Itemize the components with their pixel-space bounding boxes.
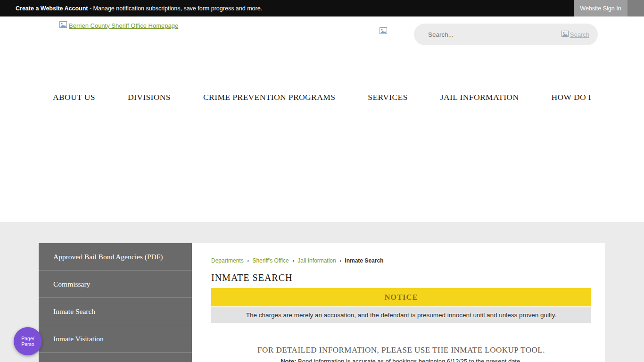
sidebar-item-commissary[interactable]: Commissary xyxy=(39,271,192,298)
nav-crime-prevention-programs[interactable]: CRIME PREVENTION PROGRAMS xyxy=(203,92,335,102)
bond-note-label: Note: xyxy=(281,358,296,362)
page-person-widget-button[interactable]: Page/ Perso xyxy=(14,327,42,355)
account-promo-text[interactable]: Create a Website Account - Manage notifi… xyxy=(0,5,262,12)
nav-how-do-i[interactable]: HOW DO I xyxy=(551,92,591,102)
lookup-instruction: FOR DETAILED INFORMATION, PLEASE USE THE… xyxy=(211,346,591,355)
notice-box: NOTICE The charges are merely an accusat… xyxy=(211,288,591,323)
search-button[interactable]: Search xyxy=(561,30,589,39)
nav-divisions[interactable]: DIVISIONS xyxy=(128,92,171,102)
logo-alt-text: Berrien County Sheriff Office Homepage xyxy=(69,22,178,29)
breadcrumb-separator: › xyxy=(292,257,294,264)
nav-jail-information[interactable]: JAIL INFORMATION xyxy=(440,92,519,102)
sidebar-item-inmate-visitation[interactable]: Inmate Visitation xyxy=(39,325,192,353)
site-search: Search xyxy=(414,24,598,45)
breadcrumb-separator: › xyxy=(247,257,249,264)
jail-sidebar-menu: Approved Bail Bond Agencies (PDF) Commis… xyxy=(39,243,192,362)
widget-label-line2: Perso xyxy=(21,341,34,347)
breadcrumb-sheriffs-office[interactable]: Sheriff's Office xyxy=(252,257,289,264)
breadcrumb-departments[interactable]: Departments xyxy=(211,257,244,264)
notice-body-text: The charges are merely an accusation, an… xyxy=(211,307,591,323)
top-account-bar: Create a Website Account - Manage notifi… xyxy=(0,0,644,16)
nav-about-us[interactable]: ABOUT US xyxy=(53,92,95,102)
account-promo-rest: - Manage notification subscriptions, sav… xyxy=(88,5,263,12)
sidebar-item-approved-bail-bond-agencies[interactable]: Approved Bail Bond Agencies (PDF) xyxy=(39,243,192,271)
breadcrumb-separator: › xyxy=(339,257,341,264)
site-logo-link[interactable]: Berrien County Sheriff Office Homepage xyxy=(59,21,178,30)
sidebar-item-inmate-search[interactable]: Inmate Search xyxy=(39,298,192,325)
page: Create a Website Account - Manage notifi… xyxy=(0,0,644,362)
widget-label-line1: Page/ xyxy=(21,336,34,341)
breadcrumb-current: Inmate Search xyxy=(345,257,383,264)
page-title: INMATE SEARCH xyxy=(211,272,292,283)
broken-image-icon xyxy=(561,30,569,39)
website-sign-in-button[interactable]: Website Sign In xyxy=(574,0,627,16)
broken-image-icon xyxy=(380,27,387,36)
main-navigation: ABOUT US DIVISIONS CRIME PREVENTION PROG… xyxy=(0,92,644,102)
topbar-right-strip xyxy=(627,0,644,16)
account-promo-bold: Create a Website Account xyxy=(16,5,88,12)
breadcrumb-jail-information[interactable]: Jail Information xyxy=(297,257,336,264)
notice-heading: NOTICE xyxy=(211,288,591,306)
nav-services[interactable]: SERVICES xyxy=(368,92,407,102)
broken-image-icon xyxy=(59,21,67,30)
breadcrumb: Departments › Sheriff's Office › Jail In… xyxy=(211,257,383,264)
search-input[interactable] xyxy=(427,31,561,39)
search-alt-text: Search xyxy=(570,31,589,38)
bond-note-text: Bond information is accurate as of booki… xyxy=(296,358,521,362)
bond-note: Note: Bond information is accurate as of… xyxy=(211,358,591,362)
